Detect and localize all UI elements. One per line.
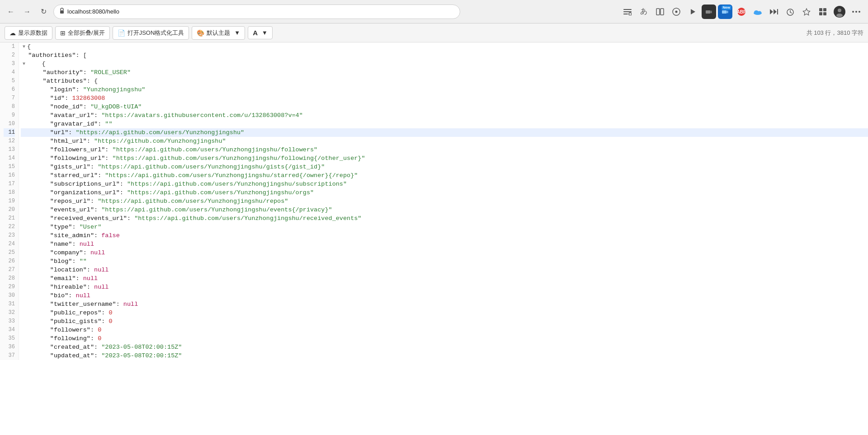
line-number-10: 10: [4, 120, 15, 128]
line-number-33: 33: [4, 317, 15, 326]
stats-text: 共 103 行，3810 字符: [807, 29, 863, 37]
json-line-4: "authority": "ROLE_USER": [21, 68, 868, 77]
svg-point-20: [758, 11, 761, 14]
svg-marker-25: [803, 9, 810, 15]
json-line-29: "hireable": null: [21, 283, 868, 291]
json-line-5: "attributes": {: [21, 77, 868, 85]
svg-point-31: [838, 9, 841, 12]
line-number-34: 34: [4, 326, 15, 334]
json-line-2: "authorities": [: [21, 51, 868, 60]
svg-marker-9: [691, 9, 695, 14]
json-line-15: "gists_url": "https://api.github.com/use…: [21, 163, 868, 171]
svg-rect-14: [726, 11, 728, 12]
line-number-5: 5: [4, 77, 15, 85]
json-line-26: "blog": "": [21, 257, 868, 266]
svg-rect-26: [819, 8, 822, 11]
svg-point-4: [629, 13, 632, 15]
svg-rect-13: [722, 10, 726, 14]
svg-rect-12: [710, 12, 712, 13]
show-raw-icon: ☁: [9, 29, 16, 37]
url-text: localhost:8080/hello: [67, 8, 454, 15]
svg-point-33: [852, 11, 854, 13]
json-line-34: "followers": 0: [21, 326, 868, 334]
lock-icon: [59, 8, 65, 15]
read-aloud-btn[interactable]: あ: [637, 5, 651, 19]
line-number-17: 17: [4, 180, 15, 188]
line-number-16: 16: [4, 171, 15, 180]
back-button[interactable]: ←: [5, 5, 17, 18]
line-number-26: 26: [4, 257, 15, 266]
line-number-9: 9: [4, 111, 15, 120]
json-line-24: "name": null: [21, 240, 868, 248]
line-number-29: 29: [4, 283, 15, 291]
cloud-btn[interactable]: [750, 5, 765, 19]
line-number-11: 11: [4, 128, 15, 137]
open-formatter-btn[interactable]: 📄 打开JSON格式化工具: [113, 26, 189, 40]
line-numbers: 1234567891011121314151617181920212223242…: [0, 42, 19, 360]
svg-rect-6: [660, 9, 664, 15]
json-line-6: "login": "Yunzhongjingshu": [21, 85, 868, 94]
address-bar[interactable]: localhost:8080/hello: [53, 5, 460, 19]
collections-btn[interactable]: [816, 5, 830, 19]
fold-unfold-btn[interactable]: ⊞ 全部折叠/展开: [55, 26, 110, 40]
line-number-37: 37: [4, 351, 15, 360]
line-number-14: 14: [4, 154, 15, 163]
svg-rect-1: [623, 9, 632, 10]
json-line-14: "following_url": "https://api.github.com…: [21, 154, 868, 163]
line-number-20: 20: [4, 206, 15, 214]
svg-rect-3: [623, 14, 628, 14]
svg-point-34: [855, 11, 857, 13]
show-raw-btn[interactable]: ☁ 显示原数据: [5, 26, 52, 40]
json-line-17: "subscriptions_url": "https://api.github…: [21, 180, 868, 188]
profile-btn[interactable]: [832, 4, 847, 19]
line-number-22: 22: [4, 223, 15, 231]
forward-button[interactable]: →: [21, 5, 33, 18]
svg-rect-15: [726, 12, 728, 13]
fold-icon: ⊞: [60, 29, 66, 37]
ext-dark-btn[interactable]: [702, 5, 716, 19]
json-line-31: "twitter_username": null: [21, 300, 868, 309]
play-btn[interactable]: [685, 5, 700, 19]
line-number-28: 28: [4, 274, 15, 283]
refresh-button[interactable]: ↻: [37, 5, 50, 18]
settings-btn[interactable]: [669, 5, 684, 19]
line-number-12: 12: [4, 137, 15, 145]
line-number-19: 19: [4, 197, 15, 206]
tab-search-btn[interactable]: [620, 5, 635, 19]
json-line-36: "created_at": "2023-05-08T02:00:15Z": [21, 343, 868, 351]
json-line-10: "gravatar_id": "": [21, 120, 868, 128]
more-btn[interactable]: [849, 5, 863, 19]
abp-btn[interactable]: ABP: [734, 5, 749, 19]
line-number-31: 31: [4, 300, 15, 309]
json-line-18: "organizations_url": "https://api.github…: [21, 188, 868, 197]
svg-rect-10: [706, 10, 710, 14]
svg-rect-29: [823, 12, 826, 15]
star-btn[interactable]: [799, 5, 814, 19]
media-btn[interactable]: [767, 5, 781, 19]
line-number-21: 21: [4, 214, 15, 223]
svg-rect-11: [710, 11, 712, 12]
json-line-13: "followers_url": "https://api.github.com…: [21, 145, 868, 154]
font-size-btn[interactable]: A ▼: [248, 26, 273, 39]
line-number-25: 25: [4, 248, 15, 257]
json-line-32: "public_repos": 0: [21, 309, 868, 317]
ext-new-btn[interactable]: New: [718, 5, 732, 19]
line-number-1: 1: [4, 42, 15, 51]
line-number-2: 2: [4, 51, 15, 60]
json-line-37: "updated_at": "2023-05-08T02:00:15Z": [21, 351, 868, 360]
json-toolbar: ☁ 显示原数据 ⊞ 全部折叠/展开 📄 打开JSON格式化工具 🎨 默认主题 ▼…: [0, 23, 868, 42]
json-line-9: "avatar_url": "https://avatars.githubuse…: [21, 111, 868, 120]
json-line-12: "html_url": "https://github.com/Yunzhong…: [21, 137, 868, 145]
json-line-8: "node_id": "U_kgDOB-tUIA": [21, 103, 868, 111]
json-line-28: "email": null: [21, 274, 868, 283]
timer-btn[interactable]: [783, 5, 797, 19]
line-number-13: 13: [4, 145, 15, 154]
line-number-24: 24: [4, 240, 15, 248]
immersive-reader-btn[interactable]: [653, 5, 667, 19]
theme-btn[interactable]: 🎨 默认主题 ▼: [192, 26, 245, 40]
json-line-1: ▼{: [21, 42, 868, 51]
svg-text:ABP: ABP: [737, 9, 746, 14]
line-number-32: 32: [4, 309, 15, 317]
json-line-23: "site_admin": false: [21, 231, 868, 240]
formatter-icon: 📄: [118, 29, 125, 37]
